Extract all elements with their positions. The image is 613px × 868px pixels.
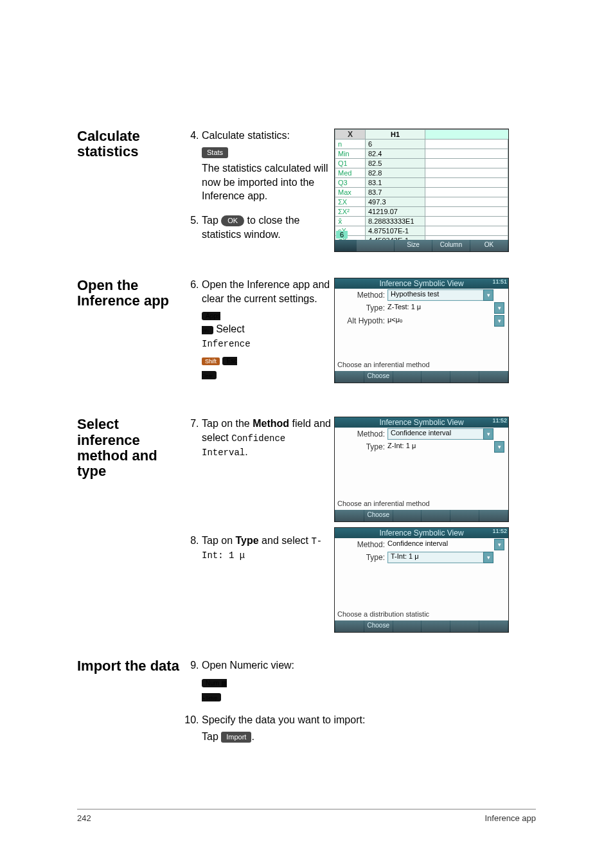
dropdown-icon[interactable]: ▾ — [483, 428, 493, 440]
stat-value: 83.7 — [366, 188, 425, 197]
type-value: Z-Int: 1 μ — [387, 442, 416, 449]
footer-chapter: Inference app — [484, 813, 536, 823]
method-label: Method: — [339, 540, 385, 549]
stat-value: 41219.07 — [366, 207, 425, 217]
althyp-value: μ<μ₀ — [387, 316, 402, 323]
page-number: 242 — [77, 813, 91, 823]
choose-button[interactable]: Choose — [364, 620, 393, 632]
step-6b: Select — [216, 323, 244, 334]
import-button[interactable]: Import — [221, 732, 251, 743]
stats-button[interactable]: Stats — [202, 147, 228, 158]
dropdown-icon[interactable]: ▾ — [494, 441, 504, 453]
symb-title: Inference Symbolic View — [379, 418, 463, 427]
step-5-text-a: Tap — [202, 215, 221, 226]
num-key[interactable]: Num ▦↳Setup — [202, 679, 227, 701]
dropdown-icon[interactable]: ▾ — [494, 315, 504, 327]
method-value: Confidence interval — [387, 539, 448, 547]
dropdown-icon[interactable]: ▾ — [494, 539, 504, 550]
step-8c: and select — [259, 535, 312, 546]
ok-button[interactable]: OK — [221, 215, 244, 226]
althyp-label: Alt Hypoth: — [339, 316, 385, 325]
clock: 11:52 — [492, 528, 507, 534]
shift-key[interactable]: Shift — [202, 357, 220, 365]
step-10c: . — [251, 731, 254, 742]
hint-text: Choose an inferential method — [337, 500, 430, 507]
stats-window: X H1 n6 Min82.4 Q182.5 Med82.8 Q383.1 Ma… — [334, 129, 509, 252]
stat-value: 83.1 — [366, 178, 425, 188]
step-7a: Tap on the — [202, 418, 253, 429]
step-7b: Method — [253, 418, 289, 429]
stat-value: 82.8 — [366, 168, 425, 178]
step-10: Specify the data you want to import: Tap… — [202, 713, 520, 743]
toolbar-column[interactable]: Column — [432, 240, 470, 251]
stat-value: 497.3 — [366, 197, 425, 207]
step-9-text: Open Numeric view: — [202, 660, 294, 671]
dropdown-icon[interactable]: ▾ — [483, 552, 493, 563]
step-8: Tap on Type and select T-Int: 1 μ — [202, 534, 334, 562]
toolbar-ok[interactable]: OK — [470, 240, 508, 251]
symb-title: Inference Symbolic View — [379, 279, 463, 288]
method-select[interactable]: Hypothesis test — [387, 289, 484, 301]
step-4-text: Calculate statistics: — [202, 130, 290, 141]
step-8a: Tap on — [202, 535, 235, 546]
stat-value: 82.5 — [366, 159, 425, 168]
step-6c: Inference — [202, 338, 334, 350]
inference-view-2: Inference Symbolic View11:52 Method:Conf… — [334, 417, 509, 522]
step-6-text: Open the Inference app and clear the cur… — [202, 279, 330, 304]
stat-label: x̄ — [335, 217, 366, 226]
step-8b: Type — [235, 535, 258, 546]
type-label: Type: — [339, 442, 385, 451]
choose-button[interactable]: Choose — [364, 371, 393, 383]
symb-title: Inference Symbolic View — [379, 529, 463, 538]
stat-label: Med — [335, 168, 366, 178]
section-title-import: Import the data — [77, 658, 186, 674]
clock: 11:51 — [492, 278, 507, 285]
step-7e: . — [245, 446, 247, 457]
step-4: Calculate statistics: Stats The statisti… — [202, 129, 334, 203]
inference-view-1: Inference Symbolic View11:51 Method:Hypo… — [334, 278, 509, 383]
hint-text: Choose a distribution statistic — [337, 610, 429, 618]
section-title-calc: Calculate statistics — [77, 129, 186, 159]
inference-view-3: Inference Symbolic View11:52 Method:Conf… — [334, 527, 509, 633]
type-label: Type: — [339, 303, 385, 312]
stat-label: Max — [335, 188, 366, 197]
section-title-select: Select inference method and type — [77, 417, 186, 479]
dropdown-icon[interactable]: ▾ — [483, 289, 493, 301]
choose-button[interactable]: Choose — [364, 510, 393, 521]
stats-hdr-x: X — [335, 130, 366, 140]
step-7: Tap on the Method field and select Confi… — [202, 417, 334, 458]
stat-value: 8.28833333E1 — [366, 217, 425, 226]
stat-label: ΣX² — [335, 207, 366, 217]
stat-label: ΣX — [335, 197, 366, 207]
stats-selected: 6 — [336, 231, 348, 239]
stat-label: n — [335, 140, 366, 149]
stat-label: Q3 — [335, 178, 366, 188]
toolbar-empty[interactable] — [357, 240, 394, 251]
step-4-desc: The statistics calculated will now be im… — [202, 161, 334, 203]
hint-text: Choose an inferential method — [337, 361, 430, 368]
step-10-text: Specify the data you want to import: — [202, 714, 365, 725]
stat-label: Q1 — [335, 159, 366, 168]
stat-value: 4.875107E-1 — [366, 226, 425, 236]
method-label: Method: — [339, 291, 385, 300]
stat-value: 82.4 — [366, 149, 425, 159]
stats-hdr-h1: H1 — [366, 130, 425, 140]
method-select[interactable]: Confidence interval — [387, 428, 484, 440]
dropdown-icon[interactable]: ▾ — [494, 302, 504, 314]
type-value: Z-Test: 1 μ — [387, 303, 421, 311]
stat-value: 6 — [366, 140, 425, 149]
stat-label: Min — [335, 149, 366, 159]
type-select[interactable]: T-Int: 1 μ — [387, 552, 484, 563]
type-label: Type: — [339, 553, 385, 562]
section-title-open: Open the Inference app — [77, 278, 186, 309]
step-6: Open the Inference app and clear the cur… — [202, 278, 334, 381]
step-9: Open Numeric view: Num ▦↳Setup — [202, 658, 520, 703]
step-5: Tap OK to close the statistics window. — [202, 213, 334, 241]
clock: 11:52 — [492, 417, 507, 424]
toolbar-size[interactable]: Size — [395, 240, 432, 251]
method-label: Method: — [339, 429, 385, 439]
step-10b: Tap — [202, 731, 221, 742]
